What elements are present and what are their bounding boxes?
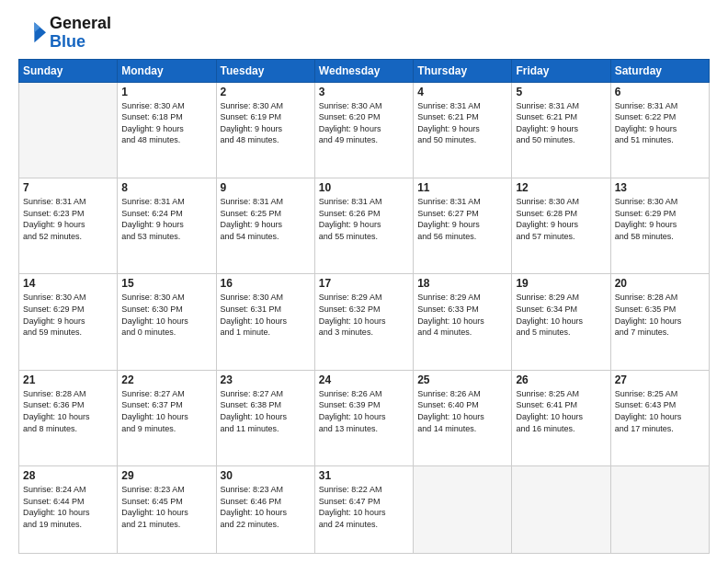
day-number: 25	[417, 373, 507, 386]
calendar-cell: 12Sunrise: 8:30 AM Sunset: 6:28 PM Dayli…	[512, 178, 610, 273]
day-info: Sunrise: 8:27 AM Sunset: 6:38 PM Dayligh…	[221, 388, 311, 434]
day-info: Sunrise: 8:30 AM Sunset: 6:30 PM Dayligh…	[121, 292, 211, 338]
day-number: 10	[319, 181, 409, 194]
day-number: 26	[516, 373, 606, 386]
day-info: Sunrise: 8:30 AM Sunset: 6:31 PM Dayligh…	[221, 292, 311, 338]
calendar-cell	[512, 466, 610, 554]
day-number: 2	[221, 86, 311, 98]
calendar-week-row-3: 14Sunrise: 8:30 AM Sunset: 6:29 PM Dayli…	[19, 274, 710, 370]
calendar-cell: 16Sunrise: 8:30 AM Sunset: 6:31 PM Dayli…	[216, 274, 314, 370]
logo-icon	[18, 19, 46, 47]
calendar-cell: 19Sunrise: 8:29 AM Sunset: 6:34 PM Dayli…	[512, 274, 610, 370]
calendar-header-friday: Friday	[512, 59, 610, 82]
day-info: Sunrise: 8:30 AM Sunset: 6:29 PM Dayligh…	[23, 292, 113, 338]
day-number: 17	[319, 277, 409, 290]
calendar-header-monday: Monday	[118, 59, 216, 82]
calendar-header-saturday: Saturday	[610, 59, 709, 82]
day-info: Sunrise: 8:29 AM Sunset: 6:33 PM Dayligh…	[417, 292, 507, 338]
calendar-table: SundayMondayTuesdayWednesdayThursdayFrid…	[18, 59, 710, 554]
day-info: Sunrise: 8:24 AM Sunset: 6:44 PM Dayligh…	[23, 484, 113, 530]
day-info: Sunrise: 8:25 AM Sunset: 6:41 PM Dayligh…	[516, 388, 606, 434]
calendar-cell: 30Sunrise: 8:23 AM Sunset: 6:46 PM Dayli…	[216, 466, 314, 554]
calendar-cell: 22Sunrise: 8:27 AM Sunset: 6:37 PM Dayli…	[118, 370, 216, 465]
logo: General Blue	[18, 15, 111, 52]
day-info: Sunrise: 8:23 AM Sunset: 6:46 PM Dayligh…	[221, 484, 311, 530]
day-number: 12	[516, 181, 606, 194]
day-info: Sunrise: 8:26 AM Sunset: 6:39 PM Dayligh…	[319, 388, 409, 434]
day-number: 28	[23, 469, 113, 482]
day-info: Sunrise: 8:30 AM Sunset: 6:29 PM Dayligh…	[615, 196, 705, 242]
calendar-header-sunday: Sunday	[19, 59, 118, 82]
day-number: 29	[121, 469, 211, 482]
day-info: Sunrise: 8:29 AM Sunset: 6:32 PM Dayligh…	[319, 292, 409, 338]
day-info: Sunrise: 8:30 AM Sunset: 6:18 PM Dayligh…	[121, 100, 211, 146]
calendar-cell: 3Sunrise: 8:30 AM Sunset: 6:20 PM Daylig…	[314, 82, 413, 178]
day-number: 27	[615, 373, 705, 386]
calendar-cell: 21Sunrise: 8:28 AM Sunset: 6:36 PM Dayli…	[19, 370, 118, 465]
calendar-cell: 26Sunrise: 8:25 AM Sunset: 6:41 PM Dayli…	[512, 370, 610, 465]
calendar-header-tuesday: Tuesday	[216, 59, 314, 82]
calendar-cell	[414, 466, 512, 554]
calendar-week-row-5: 28Sunrise: 8:24 AM Sunset: 6:44 PM Dayli…	[19, 466, 710, 554]
calendar-cell: 28Sunrise: 8:24 AM Sunset: 6:44 PM Dayli…	[19, 466, 118, 554]
day-number: 16	[221, 277, 311, 290]
logo-blue: Blue	[50, 33, 111, 52]
day-number: 20	[615, 277, 705, 290]
day-info: Sunrise: 8:31 AM Sunset: 6:25 PM Dayligh…	[221, 196, 311, 242]
day-info: Sunrise: 8:23 AM Sunset: 6:45 PM Dayligh…	[121, 484, 211, 530]
day-number: 13	[615, 181, 705, 194]
day-number: 7	[23, 181, 113, 194]
day-info: Sunrise: 8:31 AM Sunset: 6:27 PM Dayligh…	[417, 196, 507, 242]
day-number: 14	[23, 277, 113, 290]
calendar-cell: 14Sunrise: 8:30 AM Sunset: 6:29 PM Dayli…	[19, 274, 118, 370]
calendar-week-row-4: 21Sunrise: 8:28 AM Sunset: 6:36 PM Dayli…	[19, 370, 710, 465]
day-number: 9	[221, 181, 311, 194]
day-info: Sunrise: 8:26 AM Sunset: 6:40 PM Dayligh…	[417, 388, 507, 434]
calendar-cell: 15Sunrise: 8:30 AM Sunset: 6:30 PM Dayli…	[118, 274, 216, 370]
calendar-cell: 1Sunrise: 8:30 AM Sunset: 6:18 PM Daylig…	[118, 82, 216, 178]
day-info: Sunrise: 8:31 AM Sunset: 6:22 PM Dayligh…	[615, 100, 705, 146]
day-number: 11	[417, 181, 507, 194]
calendar-cell: 20Sunrise: 8:28 AM Sunset: 6:35 PM Dayli…	[610, 274, 709, 370]
calendar-cell	[610, 466, 709, 554]
calendar-cell: 8Sunrise: 8:31 AM Sunset: 6:24 PM Daylig…	[118, 178, 216, 273]
day-number: 18	[417, 277, 507, 290]
calendar-cell: 5Sunrise: 8:31 AM Sunset: 6:21 PM Daylig…	[512, 82, 610, 178]
calendar-cell: 18Sunrise: 8:29 AM Sunset: 6:33 PM Dayli…	[414, 274, 512, 370]
calendar-cell: 27Sunrise: 8:25 AM Sunset: 6:43 PM Dayli…	[610, 370, 709, 465]
day-number: 3	[319, 86, 409, 98]
day-number: 24	[319, 373, 409, 386]
day-info: Sunrise: 8:31 AM Sunset: 6:24 PM Dayligh…	[121, 196, 211, 242]
day-info: Sunrise: 8:25 AM Sunset: 6:43 PM Dayligh…	[615, 388, 705, 434]
logo-general: General	[50, 15, 111, 33]
calendar-header-row: SundayMondayTuesdayWednesdayThursdayFrid…	[19, 59, 710, 82]
day-info: Sunrise: 8:27 AM Sunset: 6:37 PM Dayligh…	[121, 388, 211, 434]
page: General Blue SundayMondayTuesdayWednesda…	[0, 0, 728, 563]
calendar-cell: 6Sunrise: 8:31 AM Sunset: 6:22 PM Daylig…	[610, 82, 709, 178]
calendar-cell: 31Sunrise: 8:22 AM Sunset: 6:47 PM Dayli…	[314, 466, 413, 554]
day-number: 5	[516, 86, 606, 98]
logo-text: General Blue	[50, 15, 111, 52]
calendar-cell: 29Sunrise: 8:23 AM Sunset: 6:45 PM Dayli…	[118, 466, 216, 554]
calendar-cell: 10Sunrise: 8:31 AM Sunset: 6:26 PM Dayli…	[314, 178, 413, 273]
day-number: 22	[121, 373, 211, 386]
day-number: 1	[121, 86, 211, 98]
calendar-cell: 11Sunrise: 8:31 AM Sunset: 6:27 PM Dayli…	[414, 178, 512, 273]
calendar-cell: 2Sunrise: 8:30 AM Sunset: 6:19 PM Daylig…	[216, 82, 314, 178]
day-info: Sunrise: 8:22 AM Sunset: 6:47 PM Dayligh…	[319, 484, 409, 530]
day-info: Sunrise: 8:31 AM Sunset: 6:21 PM Dayligh…	[516, 100, 606, 146]
calendar-header-thursday: Thursday	[414, 59, 512, 82]
day-number: 21	[23, 373, 113, 386]
calendar-cell: 23Sunrise: 8:27 AM Sunset: 6:38 PM Dayli…	[216, 370, 314, 465]
calendar-cell: 9Sunrise: 8:31 AM Sunset: 6:25 PM Daylig…	[216, 178, 314, 273]
calendar-cell: 7Sunrise: 8:31 AM Sunset: 6:23 PM Daylig…	[19, 178, 118, 273]
day-info: Sunrise: 8:29 AM Sunset: 6:34 PM Dayligh…	[516, 292, 606, 338]
day-info: Sunrise: 8:28 AM Sunset: 6:35 PM Dayligh…	[615, 292, 705, 338]
day-number: 8	[121, 181, 211, 194]
calendar-cell: 4Sunrise: 8:31 AM Sunset: 6:21 PM Daylig…	[414, 82, 512, 178]
day-info: Sunrise: 8:30 AM Sunset: 6:20 PM Dayligh…	[319, 100, 409, 146]
calendar-cell	[19, 82, 118, 178]
day-info: Sunrise: 8:31 AM Sunset: 6:21 PM Dayligh…	[417, 100, 507, 146]
day-number: 23	[221, 373, 311, 386]
calendar-week-row-1: 1Sunrise: 8:30 AM Sunset: 6:18 PM Daylig…	[19, 82, 710, 178]
